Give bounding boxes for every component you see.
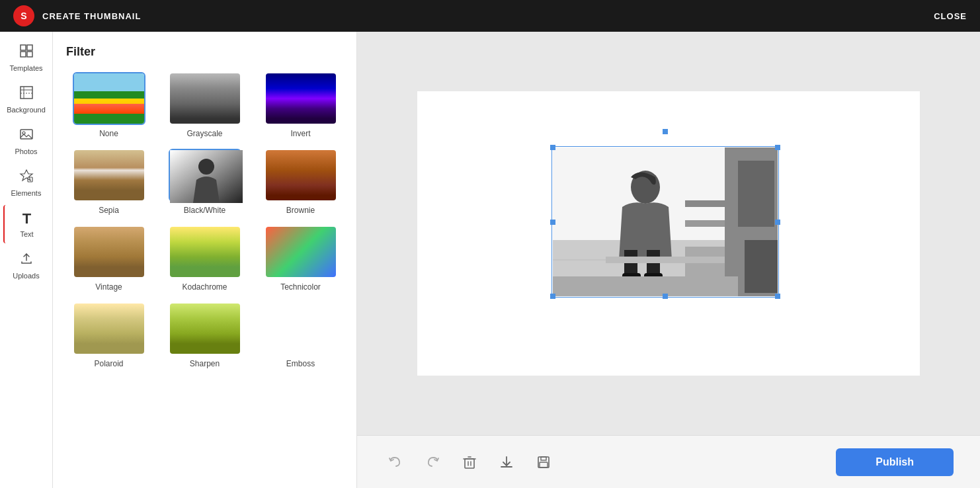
sidebar-item-templates[interactable]: Templates	[3, 38, 50, 77]
filter-kodachrome-label: Kodachrome	[182, 282, 227, 292]
filter-thumb-invert	[265, 72, 337, 125]
bottom-toolbar: Publish	[357, 435, 980, 488]
filter-title: Filter	[66, 45, 343, 59]
filter-vintage[interactable]: Vintage	[66, 225, 151, 292]
header-left: S CREATE THUMBNAIL	[13, 5, 141, 26]
handle-middle-right[interactable]	[775, 220, 780, 225]
filter-thumb-sharpen	[169, 302, 241, 355]
delete-button[interactable]	[458, 450, 481, 474]
app-title: CREATE THUMBNAIL	[42, 11, 141, 21]
filter-thumb-blackwhite	[169, 149, 241, 202]
handle-bottom-right[interactable]	[775, 294, 780, 299]
filter-thumb-sepia	[73, 149, 145, 202]
templates-icon	[19, 44, 34, 61]
filter-grayscale-label: Grayscale	[186, 129, 222, 138]
header: S CREATE THUMBNAIL CLOSE	[0, 0, 980, 32]
undo-button[interactable]	[384, 450, 407, 474]
filter-sepia-label: Sepia	[99, 206, 119, 215]
filter-brownie[interactable]: Brownie	[258, 149, 343, 215]
filter-sepia[interactable]: Sepia	[66, 149, 151, 215]
filter-technicolor-label: Technicolor	[280, 282, 321, 292]
filter-thumb-grayscale	[169, 72, 241, 125]
sidebar-item-background[interactable]: Background	[3, 80, 50, 119]
close-button[interactable]: CLOSE	[934, 11, 967, 21]
svg-rect-4	[20, 87, 32, 99]
filter-panel: Filter None Grayscale Inv	[53, 32, 357, 488]
delete-icon	[462, 455, 477, 469]
publish-button[interactable]: Publish	[836, 448, 954, 476]
selection-border	[551, 146, 779, 298]
filter-sharpen-label: Sharpen	[190, 359, 220, 368]
image-element[interactable]	[553, 147, 778, 296]
svg-rect-30	[465, 459, 474, 468]
filter-emboss-label: Emboss	[286, 359, 315, 368]
canvas-section: Publish	[357, 32, 980, 488]
handle-rotate[interactable]	[663, 129, 668, 134]
handle-top-left[interactable]	[550, 145, 555, 150]
elements-icon	[19, 169, 34, 186]
filter-technicolor[interactable]: Technicolor	[258, 225, 343, 292]
bw-thumb-svg	[170, 150, 241, 202]
canvas-wrapper	[417, 91, 920, 376]
canvas-area[interactable]	[357, 32, 980, 435]
svg-rect-0	[20, 45, 26, 50]
sidebar: Templates Background Photos	[0, 32, 53, 488]
filter-invert[interactable]: Invert	[258, 72, 343, 138]
filter-brownie-label: Brownie	[286, 206, 315, 215]
handle-top-right[interactable]	[775, 145, 780, 150]
redo-button[interactable]	[421, 450, 444, 474]
filter-none-label: None	[99, 129, 118, 138]
save-icon	[536, 455, 551, 469]
save-button[interactable]	[532, 450, 555, 474]
svg-rect-2	[20, 52, 26, 57]
svg-rect-3	[27, 52, 32, 57]
background-label: Background	[7, 106, 46, 114]
filter-thumb-brownie	[265, 149, 337, 202]
main-content: Templates Background Photos	[0, 32, 980, 488]
undo-icon	[388, 455, 403, 469]
filter-vintage-label: Vintage	[95, 282, 122, 292]
photos-icon	[19, 127, 34, 145]
filter-polaroid[interactable]: Polaroid	[66, 302, 151, 368]
sidebar-item-photos[interactable]: Photos	[3, 122, 50, 161]
filter-thumb-technicolor	[265, 225, 337, 278]
uploads-icon	[19, 251, 34, 269]
handle-bottom-left[interactable]	[550, 294, 555, 299]
text-icon: T	[22, 210, 31, 227]
svg-rect-1	[27, 45, 32, 50]
sidebar-item-text[interactable]: T Text	[3, 205, 50, 243]
handle-middle-left[interactable]	[550, 220, 555, 225]
filter-thumb-vintage	[73, 225, 145, 278]
filter-thumb-polaroid	[73, 302, 145, 355]
download-button[interactable]	[495, 450, 518, 474]
filter-blackwhite[interactable]: Black/White	[162, 149, 247, 215]
filter-grid: None Grayscale Invert S	[66, 72, 343, 368]
filter-grayscale[interactable]: Grayscale	[162, 72, 247, 138]
filter-thumb-kodachrome	[169, 225, 241, 278]
svg-rect-37	[540, 462, 548, 468]
uploads-label: Uploads	[13, 272, 39, 280]
templates-label: Templates	[9, 64, 42, 72]
sidebar-item-uploads[interactable]: Uploads	[3, 246, 50, 285]
handle-bottom-center[interactable]	[663, 294, 668, 299]
photos-label: Photos	[15, 147, 37, 155]
filter-none[interactable]: None	[66, 72, 151, 138]
filter-emboss[interactable]: Emboss	[258, 302, 343, 368]
filter-thumb-emboss	[265, 302, 337, 355]
redo-icon	[425, 455, 440, 469]
toolbar-actions	[384, 450, 555, 474]
filter-kodachrome[interactable]: Kodachrome	[162, 225, 247, 292]
download-icon	[499, 455, 514, 469]
background-icon	[19, 85, 34, 103]
sidebar-item-elements[interactable]: Elements	[3, 163, 50, 202]
filter-invert-label: Invert	[290, 129, 310, 138]
filter-blackwhite-label: Black/White	[184, 206, 225, 215]
filter-sharpen[interactable]: Sharpen	[162, 302, 247, 368]
svg-point-12	[198, 159, 214, 175]
filter-polaroid-label: Polaroid	[94, 359, 123, 368]
text-label: Text	[20, 230, 33, 238]
elements-label: Elements	[11, 189, 42, 197]
filter-thumb-none	[73, 72, 145, 125]
logo: S	[13, 5, 34, 26]
